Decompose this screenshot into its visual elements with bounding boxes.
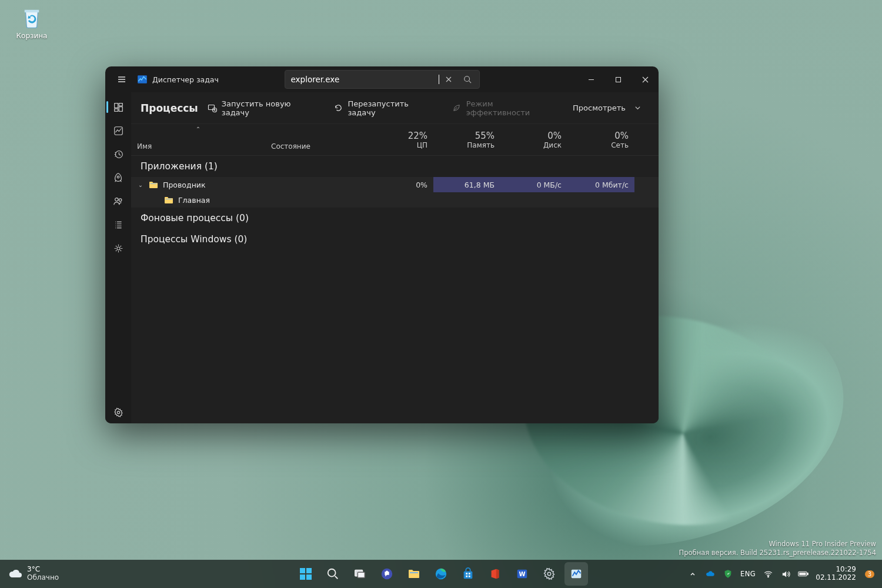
svg-point-36: [547, 572, 551, 576]
task-manager-window: Диспетчер задач: [105, 66, 659, 423]
cell-cpu: 0%: [366, 177, 433, 192]
desktop-icon-label: Корзина: [8, 32, 55, 40]
search-box[interactable]: [285, 70, 480, 89]
col-name[interactable]: ⌃ Имя: [131, 124, 265, 155]
svg-rect-41: [800, 573, 806, 576]
run-task-label: Запустить новую задачу: [222, 99, 318, 117]
svg-point-26: [386, 571, 388, 573]
taskbar-chat[interactable]: [375, 562, 399, 586]
taskbar-store[interactable]: [456, 562, 480, 586]
restart-task-label: Перезапустить задачу: [348, 99, 436, 117]
taskbar-office[interactable]: [483, 562, 507, 586]
folder-icon: [164, 196, 173, 204]
expand-icon[interactable]: ⌄: [137, 182, 144, 188]
tray-wifi-icon[interactable]: [763, 569, 773, 579]
process-name: Проводник: [163, 181, 206, 189]
col-disk[interactable]: 0%Диск: [500, 124, 567, 155]
nav-toggle-button[interactable]: [110, 68, 133, 91]
group-background[interactable]: Фоновые процессы (0): [131, 208, 659, 229]
svg-rect-16: [151, 183, 157, 184]
taskbar-explorer[interactable]: [402, 562, 426, 586]
svg-point-22: [328, 569, 336, 577]
nav-services[interactable]: [106, 237, 130, 259]
run-task-icon: [208, 103, 217, 113]
group-windows[interactable]: Процессы Windows (0): [131, 229, 659, 250]
tray-notifications[interactable]: 3: [863, 567, 876, 580]
nav-app-history[interactable]: [106, 143, 130, 165]
minimize-button[interactable]: [577, 66, 604, 92]
run-new-task-button[interactable]: Запустить новую задачу: [201, 95, 325, 121]
search-input[interactable]: [291, 75, 440, 84]
svg-rect-14: [208, 105, 214, 109]
titlebar[interactable]: Диспетчер задач: [105, 66, 659, 92]
group-apps[interactable]: Приложения (1): [131, 156, 659, 177]
svg-point-13: [117, 411, 119, 413]
taskbar-word[interactable]: W: [510, 562, 534, 586]
sort-asc-icon: ⌃: [196, 126, 201, 132]
cell-disk: 0 МБ/с: [500, 177, 567, 192]
table-row[interactable]: ⌄ Проводник 0% 61,8 МБ 0 МБ/с 0 Мбит/с: [131, 177, 659, 192]
svg-rect-33: [469, 576, 470, 577]
restart-icon: [334, 103, 343, 113]
svg-rect-40: [807, 573, 808, 575]
svg-rect-24: [358, 572, 365, 577]
view-label: Просмотреть: [573, 103, 626, 112]
toolbar: Процессы Запустить новую задачу Перезапу…: [131, 92, 659, 124]
svg-rect-19: [306, 568, 312, 573]
svg-rect-31: [469, 573, 470, 574]
clear-search-button[interactable]: [439, 71, 458, 88]
restart-task-button[interactable]: Перезапустить задачу: [327, 95, 443, 121]
close-button[interactable]: [632, 66, 659, 92]
weather-temp: 3°C: [27, 566, 59, 574]
svg-rect-2: [616, 77, 620, 82]
desktop-recycle-bin[interactable]: Корзина: [8, 5, 55, 40]
svg-rect-6: [114, 109, 118, 111]
window-title: Диспетчер задач: [152, 75, 219, 84]
svg-point-1: [464, 76, 469, 82]
svg-text:W: W: [519, 571, 525, 577]
nav-details[interactable]: [106, 213, 130, 236]
task-view-button[interactable]: [348, 562, 372, 586]
tray-volume-icon[interactable]: [780, 569, 791, 579]
table-header[interactable]: ⌃ Имя Состояние 22%ЦП 55%Память 0%Диск 0…: [131, 124, 659, 156]
nav-startup[interactable]: [106, 166, 130, 189]
taskbar[interactable]: 3°C Облачно W ENG 10:29 02.11.2022 3: [0, 560, 882, 588]
col-memory[interactable]: 55%Память: [433, 124, 500, 155]
taskbar-weather[interactable]: 3°C Облачно: [0, 566, 59, 582]
col-status[interactable]: Состояние: [265, 124, 366, 155]
nav-processes[interactable]: [106, 96, 130, 118]
table-row[interactable]: Главная: [131, 192, 659, 208]
cell-network: 0 Мбит/с: [567, 177, 634, 192]
svg-rect-27: [410, 572, 418, 573]
view-button[interactable]: Просмотреть: [566, 99, 649, 117]
svg-rect-32: [466, 576, 467, 577]
process-list[interactable]: Приложения (1) ⌄ Проводник 0% 61,8 МБ 0 …: [131, 156, 659, 423]
tray-language[interactable]: ENG: [740, 570, 756, 578]
col-cpu[interactable]: 22%ЦП: [366, 124, 433, 155]
nav-users[interactable]: [106, 190, 130, 212]
search-button[interactable]: [321, 562, 345, 586]
system-tray[interactable]: ENG 10:29 02.11.2022 3: [687, 566, 882, 582]
taskbar-taskmgr[interactable]: [564, 562, 588, 586]
tray-overflow-icon[interactable]: [687, 569, 698, 579]
svg-point-9: [117, 176, 119, 178]
recycle-bin-icon: [19, 5, 44, 29]
svg-rect-21: [306, 574, 312, 580]
tray-clock[interactable]: 10:29 02.11.2022: [816, 566, 856, 582]
search-button[interactable]: [458, 71, 477, 88]
efficiency-label: Режим эффективности: [466, 99, 556, 117]
taskbar-settings[interactable]: [537, 562, 561, 586]
col-network[interactable]: 0%Сеть: [567, 124, 634, 155]
taskbar-launchers: W: [294, 562, 588, 586]
tray-defender-icon[interactable]: [723, 569, 733, 579]
tray-battery-icon[interactable]: [798, 569, 808, 579]
svg-point-10: [115, 198, 118, 201]
tray-onedrive-icon[interactable]: [705, 569, 716, 579]
nav-settings[interactable]: [106, 401, 130, 423]
nav-performance[interactable]: [106, 119, 130, 142]
maximize-button[interactable]: [604, 66, 632, 92]
chevron-down-icon: [633, 103, 642, 113]
svg-point-38: [767, 576, 769, 577]
start-button[interactable]: [294, 562, 318, 586]
taskbar-edge[interactable]: [429, 562, 453, 586]
